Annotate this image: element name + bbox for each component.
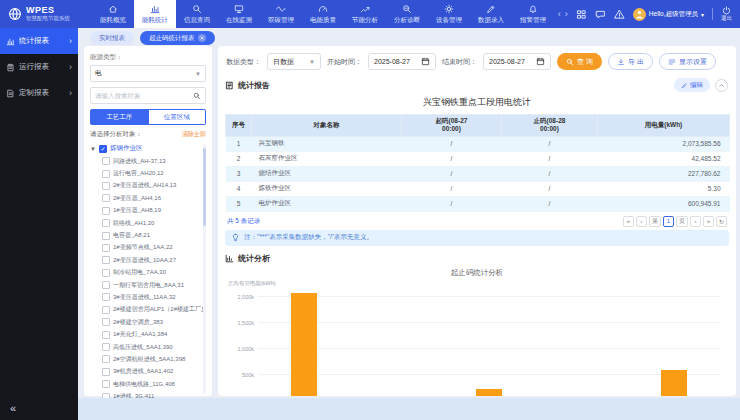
tree-node[interactable]: 一期行军宿舍用电_8AA,31 (90, 279, 206, 291)
sidebar-item-3[interactable]: 定制报表› (0, 80, 78, 106)
checkbox-unchecked[interactable] (102, 393, 110, 398)
close-icon[interactable] (198, 34, 206, 42)
table-row[interactable]: 5电炉作业区//600,945.91 (226, 196, 730, 211)
export-button[interactable]: 导 出 (608, 53, 653, 70)
nav-item-6[interactable]: 电能质量 (302, 0, 344, 28)
pager-button[interactable]: 页 (676, 216, 688, 227)
table-row[interactable]: 4炼铁作业区//5.30 (226, 181, 730, 196)
checkbox-unchecked[interactable] (102, 157, 110, 165)
table-row[interactable]: 1兴宝钢铁//2,073,585.56 (226, 136, 730, 151)
tree-search-input[interactable] (95, 92, 181, 99)
tree-scrollbar-thumb[interactable] (203, 148, 206, 226)
nav-item-10[interactable]: 数据录入 (470, 0, 512, 28)
checkbox-unchecked[interactable] (102, 343, 110, 351)
start-date-input[interactable]: 2025-08-27 (368, 53, 436, 70)
checkbox-unchecked[interactable] (102, 256, 110, 264)
tree-node[interactable]: 运行电容_AH20,12 (90, 167, 206, 179)
tree-node[interactable]: 1#变频节点线_1AA,22 (90, 242, 206, 254)
nav-item-9[interactable]: 设备管理 (428, 0, 470, 28)
message-icon[interactable] (595, 9, 606, 20)
checkbox-unchecked[interactable] (102, 207, 110, 215)
bar-电炉作业区[interactable] (661, 370, 687, 396)
pager-button[interactable]: ‹ (636, 216, 647, 227)
pager-button[interactable]: 1 (663, 216, 674, 227)
edit-button[interactable]: 编辑 (674, 78, 710, 92)
tree-node[interactable]: 2#空调机组进线_5AA1,398 (90, 353, 206, 365)
notification-icon[interactable] (614, 9, 625, 20)
checkbox-unchecked[interactable] (102, 293, 110, 301)
tree-node[interactable]: 2#楼建宿舍用ALP1（2#楼建工厂房） (90, 304, 206, 316)
checkbox-unchecked[interactable] (102, 232, 110, 240)
tree-root-node[interactable]: ▼ ✓ 炼钢作业区 (90, 142, 206, 155)
tree-node[interactable]: 3#机房进线_6AA1,402 (90, 366, 206, 378)
nav-item-5[interactable]: 双碳管理 (260, 0, 302, 28)
tree-tab-2[interactable]: 位置区域 (149, 109, 207, 125)
tree-node[interactable]: 1#变压器_AH8,19 (90, 205, 206, 217)
checkbox-unchecked[interactable] (102, 269, 110, 277)
bar-烧结作业区[interactable] (476, 389, 502, 396)
tree-node[interactable]: 联络线_AH1,20 (90, 217, 206, 229)
sidebar-collapse-icon[interactable]: « (10, 403, 16, 414)
logout-button[interactable]: 退出 (721, 6, 732, 22)
checkbox-unchecked[interactable] (102, 281, 110, 289)
pager-button[interactable]: ↻ (716, 216, 727, 227)
caret-down-icon[interactable]: ▼ (90, 146, 96, 152)
checkbox-unchecked[interactable] (102, 368, 110, 376)
tree-node[interactable]: 电梯供电线路_11G,408 (90, 378, 206, 390)
tab-scroll-right-icon[interactable]: › (565, 10, 568, 19)
sidebar-item-2[interactable]: 运行报表› (0, 54, 78, 80)
clear-all-link[interactable]: 清除全部 (182, 130, 206, 139)
bar-兴宝钢铁[interactable] (291, 293, 317, 396)
tree-scrollbar[interactable] (203, 144, 206, 394)
checkbox-unchecked[interactable] (102, 182, 110, 190)
checkbox-unchecked[interactable] (102, 170, 110, 178)
pager-button[interactable]: 第 (649, 216, 661, 227)
table-row[interactable]: 3烧结作业区//227,780.62 (226, 166, 730, 181)
tab-scroll-left-icon[interactable]: ‹ (558, 10, 561, 19)
user-menu[interactable]: Hello,超级管理员 ▾ (633, 8, 704, 21)
pager-button[interactable]: « (623, 216, 634, 227)
page-tab-2[interactable]: 起止码统计报表 (140, 31, 215, 45)
tree-node[interactable]: 1#亮化灯_4AA1,384 (90, 328, 206, 340)
table-row[interactable]: 2石灰窑作业区//42,485.52 (226, 151, 730, 166)
nav-item-3[interactable]: 信息查询 (176, 0, 218, 28)
pager-button[interactable]: › (690, 216, 701, 227)
tree-node[interactable]: 电容器_A8,21 (90, 229, 206, 241)
nav-item-1[interactable]: 能耗概览 (92, 0, 134, 28)
checkbox-unchecked[interactable] (102, 194, 110, 202)
nav-item-7[interactable]: 节能分析 (344, 0, 386, 28)
checkbox-unchecked[interactable] (102, 244, 110, 252)
end-date-input[interactable]: 2025-08-27 (483, 53, 551, 70)
tree-node[interactable]: 回路进线_AH-37,13 (90, 155, 206, 167)
checkbox-checked[interactable]: ✓ (99, 145, 107, 153)
checkbox-unchecked[interactable] (102, 306, 110, 314)
tree-node[interactable]: 2#变压器进线_10AA,27 (90, 254, 206, 266)
pager-button[interactable]: » (703, 216, 714, 227)
sidebar-item-1[interactable]: 统计报表› (0, 28, 78, 54)
checkbox-unchecked[interactable] (102, 355, 110, 363)
tree-node[interactable]: 2#变压器_AH4,16 (90, 192, 206, 204)
nav-item-2[interactable]: 能耗统计 (134, 0, 176, 28)
nav-item-11[interactable]: 报警管理 (512, 0, 554, 28)
checkbox-unchecked[interactable] (102, 219, 110, 227)
energy-type-select[interactable]: 电 ▼ (90, 65, 206, 82)
tree-tab-1[interactable]: 工艺工序 (90, 109, 149, 125)
tree-node[interactable]: 制冷站用电_7AA,30 (90, 267, 206, 279)
collapse-section-button[interactable] (715, 79, 728, 92)
tree-node[interactable]: 3#变压器进线_11AA,32 (90, 291, 206, 303)
apps-icon[interactable] (576, 9, 587, 20)
checkbox-unchecked[interactable] (102, 380, 110, 388)
tree-node[interactable]: 2#变压器进线_AH14,13 (90, 180, 206, 192)
display-settings-button[interactable]: 显示设置 (659, 53, 716, 70)
tree-node[interactable]: 1#进线_3G,411 (90, 390, 206, 398)
data-type-select[interactable]: 日数据 ▼ (267, 53, 321, 70)
query-button[interactable]: 查 询 (557, 53, 602, 70)
checkbox-unchecked[interactable] (102, 318, 110, 326)
search-icon[interactable] (193, 92, 201, 100)
tree-node[interactable]: 2#楼建空调房_383 (90, 316, 206, 328)
nav-item-4[interactable]: 在线监测 (218, 0, 260, 28)
checkbox-unchecked[interactable] (102, 331, 110, 339)
nav-item-8[interactable]: 分析诊断 (386, 0, 428, 28)
tree-node[interactable]: 高低压进线_5AA1,390 (90, 341, 206, 353)
page-tab-1[interactable]: 实时报表 (90, 31, 134, 45)
